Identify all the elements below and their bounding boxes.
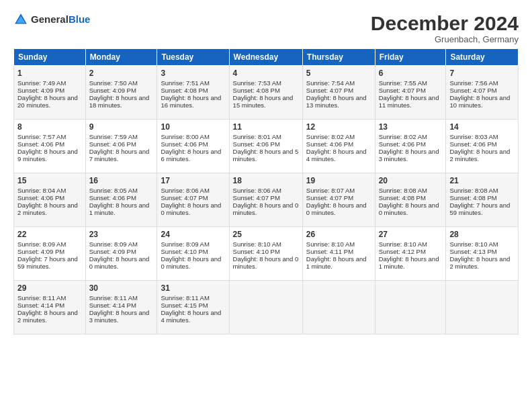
sunrise: Sunrise: 8:08 AM (379, 187, 427, 194)
day-number: 26 (306, 230, 371, 239)
day-number: 23 (89, 230, 154, 239)
sunrise: Sunrise: 7:56 AM (449, 79, 498, 87)
calendar-cell: 9Sunrise: 7:59 AMSunset: 4:06 PMDaylight… (85, 120, 157, 173)
day-number: 31 (161, 283, 225, 293)
header-wednesday: Wednesday (229, 49, 302, 66)
calendar-week-row: 29Sunrise: 8:11 AMSunset: 4:14 PMDayligh… (14, 281, 519, 334)
daylight: Daylight: 8 hours and 4 minutes. (306, 148, 367, 163)
sunrise: Sunrise: 8:11 AM (89, 294, 138, 302)
daylight: Daylight: 8 hours and 13 minutes. (306, 94, 367, 109)
day-number: 4 (233, 68, 299, 78)
day-number: 19 (306, 176, 371, 185)
daylight: Daylight: 8 hours and 0 minutes. (379, 201, 439, 216)
sunrise: Sunrise: 8:10 AM (233, 240, 281, 248)
sunset: Sunset: 4:08 PM (233, 87, 280, 94)
day-number: 3 (161, 68, 225, 78)
sunset: Sunset: 4:07 PM (161, 194, 208, 201)
header-saturday: Saturday (446, 49, 519, 66)
sunset: Sunset: 4:09 PM (17, 248, 64, 255)
sunrise: Sunrise: 8:11 AM (161, 294, 209, 302)
sunrise: Sunrise: 7:51 AM (161, 79, 209, 87)
day-number: 17 (161, 176, 225, 185)
sunrise: Sunrise: 8:06 AM (161, 187, 209, 194)
calendar-cell: 16Sunrise: 8:05 AMSunset: 4:06 PMDayligh… (85, 173, 157, 227)
sunset: Sunset: 4:12 PM (379, 248, 426, 255)
header-tuesday: Tuesday (157, 49, 229, 66)
sunrise: Sunrise: 8:02 AM (379, 133, 427, 140)
daylight: Daylight: 8 hours and 0 minutes. (161, 201, 221, 216)
day-number: 12 (306, 122, 371, 132)
sunrise: Sunrise: 8:06 AM (233, 187, 281, 194)
calendar-cell: 10Sunrise: 8:00 AMSunset: 4:06 PMDayligh… (157, 120, 229, 173)
day-number: 24 (161, 230, 225, 239)
sunrise: Sunrise: 8:10 AM (379, 240, 427, 248)
daylight: Daylight: 8 hours and 3 minutes. (379, 148, 439, 163)
day-number: 13 (379, 122, 443, 132)
sunrise: Sunrise: 8:09 AM (89, 240, 138, 248)
daylight: Daylight: 8 hours and 1 minute. (306, 255, 367, 270)
calendar-week-row: 1Sunrise: 7:49 AMSunset: 4:09 PMDaylight… (14, 66, 519, 120)
sunset: Sunset: 4:06 PM (17, 140, 64, 148)
sunset: Sunset: 4:06 PM (233, 140, 280, 148)
sunset: Sunset: 4:14 PM (17, 302, 64, 309)
daylight: Daylight: 8 hours and 11 minutes. (379, 94, 439, 109)
day-number: 10 (161, 122, 225, 132)
calendar-cell: 13Sunrise: 8:02 AMSunset: 4:06 PMDayligh… (375, 120, 446, 173)
calendar-cell: 26Sunrise: 8:10 AMSunset: 4:11 PMDayligh… (302, 227, 375, 281)
calendar-cell: 4Sunrise: 7:53 AMSunset: 4:08 PMDaylight… (229, 66, 302, 120)
daylight: Daylight: 8 hours and 6 minutes. (161, 148, 221, 163)
sunset: Sunset: 4:07 PM (449, 87, 496, 94)
sunrise: Sunrise: 7:59 AM (89, 133, 138, 140)
daylight: Daylight: 8 hours and 1 minute. (89, 201, 150, 216)
sunset: Sunset: 4:06 PM (89, 194, 136, 201)
calendar-cell: 11Sunrise: 8:01 AMSunset: 4:06 PMDayligh… (229, 120, 302, 173)
sunset: Sunset: 4:06 PM (379, 140, 426, 148)
day-number: 6 (379, 68, 443, 78)
sunrise: Sunrise: 8:10 AM (449, 240, 498, 248)
daylight: Daylight: 8 hours and 10 minutes. (449, 94, 510, 109)
calendar-cell: 30Sunrise: 8:11 AMSunset: 4:14 PMDayligh… (85, 281, 157, 334)
logo-general: General (31, 13, 69, 25)
calendar-cell: 23Sunrise: 8:09 AMSunset: 4:09 PMDayligh… (85, 227, 157, 281)
sunrise: Sunrise: 8:00 AM (161, 133, 209, 140)
sunrise: Sunrise: 8:11 AM (17, 294, 66, 302)
title-block: December 2024 Gruenbach, Germany (371, 12, 519, 44)
daylight: Daylight: 8 hours and 20 minutes. (17, 94, 78, 109)
sunrise: Sunrise: 7:57 AM (17, 133, 66, 140)
daylight: Daylight: 8 hours and 2 minutes. (17, 309, 78, 324)
sunrise: Sunrise: 8:09 AM (17, 240, 66, 248)
sunset: Sunset: 4:06 PM (449, 140, 496, 148)
daylight: Daylight: 8 hours and 18 minutes. (89, 94, 150, 109)
day-number: 1 (17, 68, 82, 78)
day-number: 20 (379, 176, 443, 185)
sunrise: Sunrise: 8:02 AM (306, 133, 355, 140)
header-friday: Friday (375, 49, 446, 66)
calendar-cell (375, 281, 446, 334)
month-title: December 2024 (371, 12, 519, 34)
calendar-cell: 20Sunrise: 8:08 AMSunset: 4:08 PMDayligh… (375, 173, 446, 227)
day-number: 29 (17, 283, 82, 293)
sunrise: Sunrise: 7:49 AM (17, 79, 66, 87)
daylight: Daylight: 7 hours and 59 minutes. (17, 255, 78, 270)
logo-blue: Blue (69, 13, 91, 25)
calendar-cell: 15Sunrise: 8:04 AMSunset: 4:06 PMDayligh… (14, 173, 86, 227)
calendar-cell: 3Sunrise: 7:51 AMSunset: 4:08 PMDaylight… (157, 66, 229, 120)
calendar-cell: 29Sunrise: 8:11 AMSunset: 4:14 PMDayligh… (14, 281, 86, 334)
daylight: Daylight: 8 hours and 9 minutes. (17, 148, 78, 163)
calendar-table: Sunday Monday Tuesday Wednesday Thursday… (13, 48, 519, 334)
logo-icon (13, 12, 28, 27)
calendar-cell: 2Sunrise: 7:50 AMSunset: 4:09 PMDaylight… (85, 66, 157, 120)
calendar-container: GeneralBlue December 2024 Gruenbach, Ger… (0, 0, 532, 341)
sunrise: Sunrise: 7:55 AM (379, 79, 427, 87)
calendar-cell (302, 281, 375, 334)
daylight: Daylight: 8 hours and 2 minutes. (449, 148, 510, 163)
logo: GeneralBlue (13, 12, 90, 27)
sunrise: Sunrise: 8:04 AM (17, 187, 66, 194)
day-number: 7 (449, 68, 515, 78)
sunset: Sunset: 4:11 PM (306, 248, 353, 255)
day-number: 22 (17, 230, 82, 239)
day-number: 28 (449, 230, 515, 239)
sunset: Sunset: 4:07 PM (233, 194, 280, 201)
calendar-cell: 25Sunrise: 8:10 AMSunset: 4:10 PMDayligh… (229, 227, 302, 281)
sunset: Sunset: 4:08 PM (161, 87, 208, 94)
